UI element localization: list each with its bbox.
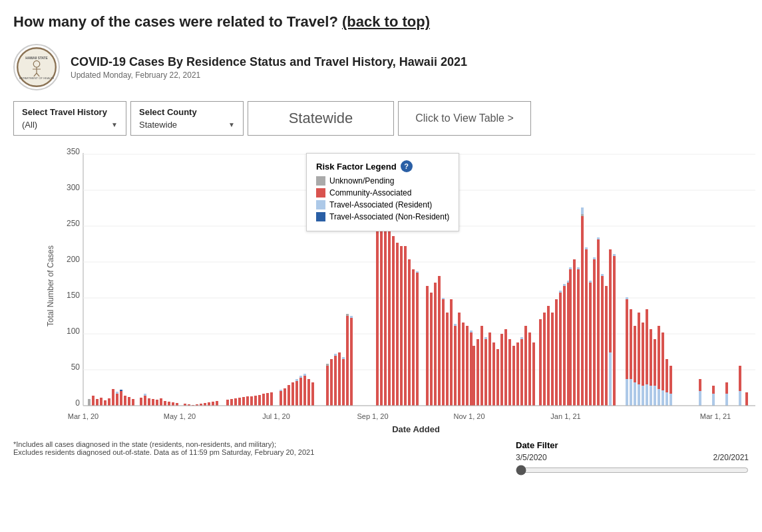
county-dropdown[interactable]: Select County Statewide ▼: [130, 101, 244, 136]
statewide-label: Statewide: [289, 110, 353, 127]
svg-rect-114: [396, 243, 399, 406]
svg-rect-95: [330, 359, 333, 406]
legend-color-unknown: [316, 176, 325, 186]
legend-color-community: [316, 188, 325, 198]
travel-history-arrow: ▼: [111, 121, 118, 128]
svg-rect-88: [299, 376, 302, 378]
svg-text:250: 250: [67, 219, 80, 228]
legend-item-unknown: Unknown/Pending: [316, 176, 449, 186]
svg-rect-168: [577, 269, 580, 406]
svg-rect-142: [492, 342, 495, 406]
date-filter-slider-wrapper[interactable]: [516, 465, 749, 478]
svg-rect-173: [585, 249, 588, 406]
svg-rect-92: [311, 382, 314, 406]
svg-rect-210: [666, 392, 668, 406]
svg-rect-37: [100, 398, 102, 406]
svg-rect-46: [128, 397, 130, 406]
chart-area: Risk Factor Legend ? Unknown/Pending Com…: [13, 146, 749, 435]
svg-rect-75: [254, 396, 257, 406]
svg-rect-154: [539, 319, 542, 406]
svg-rect-160: [559, 291, 562, 293]
svg-rect-124: [438, 276, 441, 406]
svg-text:May 1, 20: May 1, 20: [164, 412, 196, 420]
svg-rect-137: [476, 339, 479, 406]
svg-rect-145: [504, 329, 507, 406]
travel-history-select[interactable]: (All) ▼: [22, 120, 118, 130]
svg-rect-76: [258, 395, 261, 406]
view-table-label: Click to View Table >: [415, 112, 513, 124]
svg-rect-48: [140, 398, 142, 406]
legend-label-community: Community-Associated: [329, 188, 411, 198]
svg-rect-189: [626, 297, 628, 299]
svg-rect-102: [346, 314, 349, 316]
date-filter-slider[interactable]: [516, 465, 749, 475]
svg-rect-80: [280, 391, 282, 406]
svg-rect-109: [384, 230, 387, 406]
date-filter-start: 3/5/2020: [516, 453, 547, 462]
svg-rect-128: [450, 299, 453, 406]
svg-text:200: 200: [67, 255, 80, 264]
svg-rect-125: [442, 299, 445, 406]
svg-text:Sep 1, 20: Sep 1, 20: [357, 412, 388, 420]
svg-rect-162: [563, 284, 566, 286]
chart-title-block: COVID-19 Cases By Residence Status and T…: [71, 55, 467, 80]
svg-rect-53: [156, 400, 158, 406]
date-filter-title: Date Filter: [516, 440, 749, 450]
svg-rect-91: [307, 379, 310, 406]
svg-rect-103: [350, 318, 353, 406]
svg-rect-130: [454, 324, 457, 326]
controls-row: Select Travel History (All) ▼ Select Cou…: [13, 101, 749, 136]
svg-rect-73: [246, 396, 249, 406]
statewide-display: Statewide: [248, 101, 394, 136]
svg-rect-152: [528, 332, 531, 406]
svg-text:50: 50: [71, 362, 81, 372]
svg-text:Mar 1, 21: Mar 1, 21: [700, 412, 731, 420]
svg-rect-84: [291, 382, 294, 406]
svg-rect-196: [638, 384, 640, 406]
svg-rect-93: [326, 366, 329, 406]
travel-history-dropdown[interactable]: Select Travel History (All) ▼: [13, 101, 126, 136]
svg-rect-71: [238, 398, 241, 406]
view-table-button[interactable]: Click to View Table >: [398, 101, 531, 136]
svg-text:Nov 1, 20: Nov 1, 20: [453, 412, 484, 420]
svg-rect-129: [454, 326, 457, 406]
svg-rect-111: [388, 227, 391, 406]
svg-text:HAWAII STATE: HAWAII STATE: [25, 57, 48, 60]
svg-rect-50: [144, 394, 146, 396]
svg-rect-214: [699, 391, 701, 406]
svg-text:100: 100: [67, 327, 80, 336]
svg-rect-115: [400, 246, 403, 406]
svg-rect-56: [168, 402, 170, 406]
svg-rect-117: [408, 259, 411, 406]
svg-rect-212: [669, 394, 672, 406]
svg-rect-94: [326, 364, 329, 366]
logo: HAWAII STATE DEPARTMENT OF HEALTH: [13, 44, 60, 90]
chart-title: COVID-19 Cases By Residence Status and T…: [71, 55, 467, 69]
help-icon[interactable]: ?: [401, 160, 413, 172]
svg-text:300: 300: [67, 183, 80, 192]
svg-rect-198: [642, 386, 644, 406]
svg-rect-39: [108, 398, 110, 406]
svg-rect-141: [488, 332, 491, 406]
svg-rect-126: [442, 298, 445, 299]
svg-rect-44: [120, 390, 122, 391]
title-text: How many of the cases were related to Tr…: [13, 13, 338, 30]
svg-rect-99: [342, 359, 345, 406]
legend-item-community: Community-Associated: [316, 188, 449, 198]
svg-rect-140: [484, 337, 487, 339]
svg-text:350: 350: [67, 147, 80, 156]
svg-rect-221: [745, 392, 748, 406]
county-select[interactable]: Statewide ▼: [139, 120, 235, 130]
travel-history-value: (All): [22, 120, 37, 130]
svg-rect-70: [234, 398, 237, 406]
svg-rect-104: [350, 316, 353, 318]
footnote-line1: *Includes all cases diagnosed in the sta…: [13, 440, 314, 448]
back-to-top-link[interactable]: (back to top): [342, 13, 430, 30]
svg-rect-171: [581, 214, 584, 216]
svg-rect-206: [658, 389, 660, 406]
svg-rect-79: [270, 392, 273, 406]
svg-rect-45: [124, 396, 126, 406]
svg-rect-150: [520, 337, 523, 339]
svg-rect-113: [392, 236, 395, 406]
svg-rect-85: [295, 381, 298, 406]
